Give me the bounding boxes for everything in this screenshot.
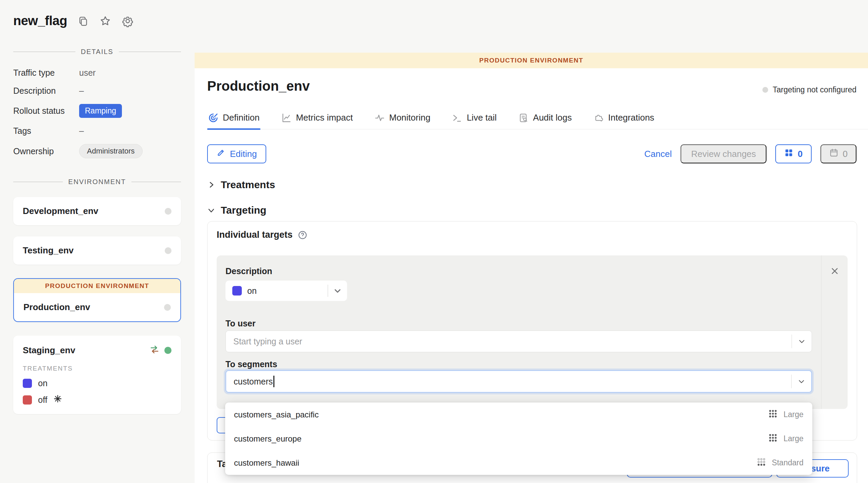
gear-icon[interactable] (122, 15, 134, 27)
pencil-icon (216, 148, 225, 160)
treatments-section-title: Treatments (221, 179, 275, 191)
env-status-dot-inactive (165, 247, 171, 254)
segment-option-asia-pacific[interactable]: customers_asia_pacific Large (225, 402, 812, 427)
env-name-development: Development_env (23, 206, 98, 216)
help-icon[interactable] (298, 230, 307, 240)
targeting-section-title: Targeting (221, 204, 266, 216)
editing-button[interactable]: Editing (207, 144, 266, 163)
to-user-input[interactable]: Start typing a user (225, 330, 812, 352)
document-search-icon (519, 113, 529, 123)
scheduled-count-button[interactable]: 0 (820, 144, 856, 163)
tab-integrations[interactable]: Integrations (593, 112, 655, 129)
chevron-down-icon[interactable] (328, 286, 347, 296)
divider-line (13, 182, 63, 182)
grid-dots-solid-icon (768, 409, 778, 421)
puzzle-icon (594, 113, 604, 123)
segment-option-meta: Large (768, 433, 803, 445)
treatment-off-color-swatch (23, 395, 32, 405)
chevron-right-icon (207, 181, 215, 189)
env-card-production-row: Production_env (14, 293, 180, 321)
detail-value-description: – (79, 86, 181, 96)
treatment-on-color-swatch (232, 286, 242, 296)
treatment-select[interactable]: on (225, 281, 347, 301)
to-user-placeholder: Start typing a user (233, 337, 792, 346)
copy-icon[interactable] (77, 15, 89, 27)
env-card-staging-header: Staging_env (23, 344, 171, 356)
details-section-label: DETAILS (81, 48, 113, 56)
individual-targets-title: Individual targets (217, 230, 293, 240)
segment-size-label: Standard (772, 458, 803, 467)
actions-toolbar: Editing Cancel Review changes 0 (207, 144, 856, 163)
segment-option-meta: Large (768, 409, 803, 421)
sidebar: new_flag DETAILS Traffic type user Descr… (13, 0, 181, 414)
review-changes-button[interactable]: Review changes (681, 144, 766, 163)
segment-option-name: customers_asia_pacific (234, 410, 319, 419)
tab-metrics-impact-label: Metrics impact (296, 112, 353, 123)
tab-definition[interactable]: Definition (207, 112, 260, 129)
to-user-field-label: To user (225, 319, 255, 328)
flag-title-row: new_flag (13, 0, 181, 28)
flag-title: new_flag (13, 14, 67, 28)
treatment-select-value: on (247, 286, 328, 296)
env-card-staging[interactable]: Staging_env TREATMENTS on off (13, 336, 181, 414)
treatments-section-header[interactable]: Treatments (207, 179, 275, 191)
chevron-down-icon[interactable] (792, 377, 811, 386)
detail-label-rollout-status: Rollout status (13, 106, 79, 116)
close-icon[interactable] (829, 266, 840, 277)
to-segments-input[interactable]: customers (225, 370, 812, 393)
scheduled-count-value: 0 (843, 149, 848, 159)
star-icon[interactable] (99, 15, 111, 27)
grid-dots-solid-icon (768, 433, 778, 445)
treatment-row-off: off (23, 394, 171, 405)
tab-monitoring-label: Monitoring (389, 112, 430, 123)
to-segments-typed-value: customers (234, 377, 273, 387)
env-card-development[interactable]: Development_env (13, 197, 181, 225)
environment-section-divider: ENVIRONMENT (13, 178, 181, 186)
right-actions: Cancel Review changes 0 0 (644, 144, 856, 163)
page-title: Production_env (207, 78, 310, 94)
segment-option-name: customers_europe (234, 434, 302, 444)
detail-value-rollout-status: Ramping (79, 104, 181, 118)
grid-dots-hollow-icon (757, 457, 766, 469)
production-environment-banner: PRODUCTION ENVIRONMENT (195, 53, 868, 68)
cancel-link[interactable]: Cancel (644, 149, 672, 159)
to-segments-field-label: To segments (225, 359, 277, 369)
swap-arrows-icon (149, 344, 160, 356)
review-changes-label: Review changes (691, 149, 756, 159)
chevron-down-icon (207, 206, 215, 214)
env-card-testing-row: Testing_env (13, 236, 181, 265)
targeting-status-note: Targeting not configured (762, 85, 856, 94)
segment-option-hawaii[interactable]: customers_hawaii Standard (225, 451, 812, 475)
tab-integrations-label: Integrations (608, 112, 654, 123)
divider-line (131, 182, 181, 182)
calendar-icon (829, 148, 838, 160)
detail-label-traffic-type: Traffic type (13, 68, 79, 78)
segment-option-europe[interactable]: customers_europe Large (225, 427, 812, 451)
changes-count-button[interactable]: 0 (775, 144, 811, 163)
detail-value-tags: – (79, 126, 181, 136)
env-name-staging: Staging_env (23, 345, 75, 356)
env-status-dot-inactive (165, 208, 171, 215)
tab-audit-logs-label: Audit logs (533, 112, 572, 123)
env-card-testing[interactable]: Testing_env (13, 236, 181, 265)
chevron-down-icon[interactable] (792, 337, 812, 346)
env-card-development-row: Development_env (13, 197, 181, 225)
ownership-pill[interactable]: Administrators (79, 144, 143, 158)
tab-audit-logs[interactable]: Audit logs (518, 112, 573, 129)
environment-section-label: ENVIRONMENT (68, 178, 126, 186)
treatment-off-label: off (38, 395, 47, 405)
targeting-section-header[interactable]: Targeting (207, 204, 266, 216)
tab-definition-label: Definition (223, 112, 259, 123)
tab-metrics-impact[interactable]: Metrics impact (280, 112, 354, 129)
description-field-label: Description (225, 266, 272, 276)
segments-dropdown: customers_asia_pacific Large customers_e… (225, 402, 812, 475)
tab-live-tail[interactable]: Live tail (451, 112, 498, 129)
editing-button-label: Editing (230, 149, 257, 159)
tab-bar: Definition Metrics impact Monitoring (207, 112, 868, 129)
env-card-production[interactable]: PRODUCTION ENVIRONMENT Production_env (13, 278, 181, 322)
segment-option-name: customers_hawaii (234, 458, 299, 468)
tab-monitoring[interactable]: Monitoring (374, 112, 431, 129)
detail-value-ownership: Administrators (79, 144, 181, 158)
main-content: Production_env Targeting not configured … (195, 68, 868, 483)
changes-count-value: 0 (798, 149, 802, 159)
